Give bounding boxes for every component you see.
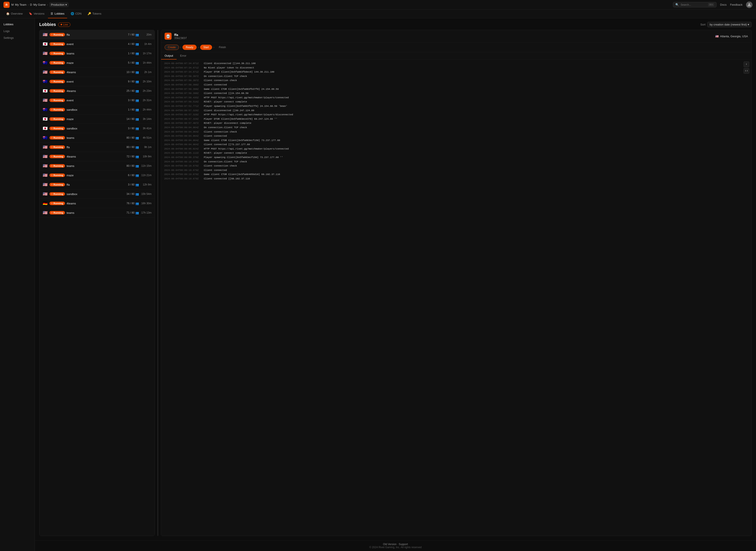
list-item[interactable]: 🇺🇸 Running event 3 / 80 👥 2h 31m: [39, 96, 154, 105]
log-timestamp: 2024-08-04T00:09:04.964Z: [164, 134, 201, 138]
finish-button[interactable]: Finish: [216, 45, 229, 50]
old-version-link[interactable]: Old Version: [383, 543, 397, 546]
lobby-count: 4 / 80 👥: [128, 42, 139, 46]
lobby-flag: 🇺🇸: [42, 98, 48, 103]
log-message: Client disconnected [[144.39.211.100: [204, 62, 256, 66]
feedback-link[interactable]: Feedback: [730, 3, 742, 6]
live-badge: Live: [58, 22, 70, 27]
ready-button[interactable]: Ready: [182, 45, 197, 50]
game-label[interactable]: My Game: [33, 3, 46, 6]
list-item[interactable]: 🇦🇺 Running teams 80 / 80 👥 4h 51m: [39, 133, 154, 142]
status-badge: Running: [49, 33, 65, 36]
lobby-count: 3 / 80 👥: [128, 127, 139, 130]
list-item[interactable]: 🇺🇸 Running sandbox 34 / 80 👥 15h 54m: [39, 189, 154, 199]
scroll-to-bottom-button[interactable]: ⬇⬇: [744, 68, 749, 74]
list-item[interactable]: 🇺🇸 Running ffa 3 / 80 👥 12h 9m: [39, 180, 154, 189]
list-item[interactable]: 🇺🇸 Running ffa 80 / 80 👥 9h 1m: [39, 142, 154, 152]
tab-tokens[interactable]: 🔑 Tokens: [85, 10, 104, 18]
tab-versions[interactable]: 🔖 Versions: [26, 10, 47, 18]
detail-actions: Create › Ready › Start › Finish: [161, 42, 751, 52]
lobby-flag: 🇺🇸: [42, 163, 48, 168]
create-button[interactable]: Create: [164, 45, 179, 50]
detail-id: 35b2365f: [174, 37, 187, 40]
avatar[interactable]: [746, 2, 753, 8]
list-item[interactable]: 🇩🇪 Running 4teams 76 / 80 👥 16h 30m: [39, 199, 154, 208]
list-item[interactable]: 🇦🇺 Running maze 5 / 80 👥 1h 44m: [39, 58, 154, 68]
team-label[interactable]: My Team: [15, 3, 27, 6]
download-log-button[interactable]: ⬇: [744, 61, 749, 67]
lobby-flag: 🇺🇸: [42, 51, 48, 56]
list-item[interactable]: 🇯🇵 Running 4teams 25 / 80 👥 2h 23m: [39, 86, 154, 96]
list-item[interactable]: 🇺🇸 Running teams 1 / 80 👥 1h 17m: [39, 49, 154, 58]
lobby-name: teams: [67, 164, 125, 168]
status-dot: [51, 212, 52, 213]
log-line: 2024-08-04T00:07:52.771Z Player spawning…: [161, 104, 751, 108]
list-item[interactable]: 🇯🇵 Running event 4 / 80 👥 1h 4m: [39, 39, 154, 49]
status-badge: Running: [49, 61, 65, 64]
list-item[interactable]: 🇺🇸 Running ffa 7 / 80 👥 20m: [39, 30, 154, 39]
tab-error[interactable]: Error: [176, 52, 190, 59]
status-dot: [51, 128, 52, 129]
lobby-flag: 🇺🇸: [42, 145, 48, 149]
log-line: 2024-08-04T00:09:19.679Z On connection.C…: [161, 160, 751, 164]
sidebar-item-logs[interactable]: Logs: [0, 28, 35, 34]
list-item[interactable]: 🇯🇵 Running maze 14 / 80 👥 3h 14m: [39, 114, 154, 124]
list-item[interactable]: 🇺🇸 Running maze 6 / 80 👥 11h 21m: [39, 171, 154, 180]
lobby-count: 1 / 80 👥: [128, 108, 139, 111]
sidebar-item-lobbies[interactable]: Lobbies: [0, 21, 35, 28]
list-item[interactable]: 🇺🇸 Running teams 71 / 80 👥 17h 13m: [39, 208, 154, 217]
app-logo[interactable]: R: [3, 2, 10, 8]
log-message: Player DTOR Client[0x5fa083fb8ec0] 144.3…: [204, 70, 274, 74]
search-input[interactable]: [681, 3, 706, 6]
tab-overview[interactable]: 🏠 Overview: [3, 10, 25, 18]
lobby-time: 3h 14m: [140, 117, 151, 120]
list-item[interactable]: 🇺🇸 Running 4teams 72 / 80 👥 10h 9m: [39, 152, 154, 161]
log-line: 2024-08-04T00:08:57.407Z RIVET: player d…: [161, 121, 751, 125]
log-line: 2024-08-04T00:07:50.516Z RIVET: player c…: [161, 100, 751, 104]
log-line: 2024-08-04T00:09:04.964Z Client connecte…: [161, 134, 751, 138]
status-badge: Running: [49, 183, 65, 186]
sort-select[interactable]: by creation date (newest first) ▾: [707, 22, 752, 27]
log-line: 2024-08-04T00:07:50.397Z Client connecti…: [161, 78, 751, 83]
log-area[interactable]: ⬇ ⬇⬇ 2024-08-04T00:07:34.071Z Client dis…: [161, 60, 751, 536]
status-badge: Running: [49, 127, 65, 130]
lobby-count: 5 / 80 👥: [128, 61, 139, 64]
lobby-count: 10 / 80 👥: [126, 71, 139, 74]
people-icon: 👥: [135, 89, 139, 93]
panel-resize-handle[interactable]: [157, 30, 158, 536]
support-link[interactable]: Support: [399, 543, 408, 546]
start-button[interactable]: Start: [200, 45, 212, 50]
people-icon: 👥: [135, 33, 139, 36]
tab-output[interactable]: Output: [161, 52, 176, 59]
log-timestamp: 2024-08-04T00:09:04.964Z: [164, 139, 201, 142]
docs-link[interactable]: Docs: [720, 3, 727, 6]
lobbies-icon: ☰: [51, 12, 53, 15]
lobby-time: 20m: [140, 33, 151, 36]
lobby-count: 1 / 80 👥: [128, 52, 139, 55]
list-item[interactable]: 🇯🇵 Running sandbox 3 / 80 👥 3h 41m: [39, 124, 154, 133]
list-item[interactable]: 🇦🇺 Running sandbox 1 / 80 👥 2h 44m: [39, 105, 154, 114]
lobby-time: 2h 1m: [140, 71, 151, 74]
detail-tabs: Output Error: [161, 52, 751, 60]
people-icon: 👥: [135, 117, 139, 121]
log-message: Client disconnected [[69.247.124.89: [204, 109, 254, 113]
people-icon: 👥: [135, 108, 139, 111]
sidebar: Lobbies Logs Settings: [0, 18, 35, 551]
detail-header: 💀 ffa 35b2365f 🇺🇸 Atlanta, Georgia, USA: [161, 30, 751, 42]
list-item[interactable]: 🇺🇸 Running teams 80 / 80 👥 11h 15m: [39, 161, 154, 171]
list-item[interactable]: 🇦🇺 Running event 9 / 80 👥 2h 10m: [39, 77, 154, 86]
log-line: 2024-08-04T00:09:04.964Z Client connecti…: [161, 130, 751, 134]
log-message: Game client CTOR Client[0x5fa08405bd10] …: [204, 173, 280, 176]
list-item[interactable]: 🇺🇸 Running 4teams 10 / 80 👥 2h 1m: [39, 68, 154, 77]
search-box[interactable]: 🔍 ⌘K: [673, 2, 717, 7]
log-line: 2024-08-04T00:09:05.024Z HTTP POST https…: [161, 147, 751, 151]
lobby-name: 4teams: [67, 71, 125, 74]
sidebar-item-settings[interactable]: Settings: [0, 34, 35, 41]
tab-lobbies[interactable]: ☰ Lobbies: [48, 10, 67, 18]
environment-selector[interactable]: Production ▾: [49, 2, 69, 7]
lobby-count: 3 / 80 👥: [128, 183, 139, 186]
lobby-name: sandbox: [67, 192, 125, 196]
log-message: Client connected: [204, 168, 227, 172]
game-prefix: D: [30, 3, 32, 6]
tab-cdn[interactable]: 🌐 CDN: [68, 10, 84, 18]
